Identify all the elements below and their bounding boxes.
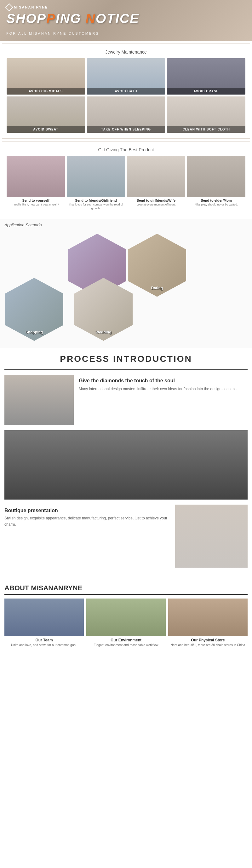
logo: MISANAN RYNE bbox=[6, 4, 48, 10]
crash-label: AVOID CRASH bbox=[167, 88, 245, 95]
hex-dating-wrap: Dating bbox=[128, 234, 186, 297]
gift-image-friends bbox=[67, 156, 125, 197]
env-title: Our Environment bbox=[86, 638, 166, 642]
hex-wedding-image: Wedding bbox=[74, 278, 133, 341]
gift-image-mom bbox=[187, 156, 245, 197]
app-scenario-title: Application Scenario bbox=[2, 222, 250, 227]
maintenance-item-crash: AVOID CRASH bbox=[167, 58, 245, 95]
gift-title-mom: Send to elder/Mom bbox=[187, 198, 245, 203]
bath-label: AVOID BATH bbox=[87, 88, 165, 95]
gift-title-wife: Send to girlfriends/Wife bbox=[127, 198, 185, 203]
softcloth-label: CLEAN WITH SOFT CLOTH bbox=[167, 126, 245, 133]
hex-shopping-label: Shopping bbox=[26, 330, 43, 334]
gift-title-friends: Send to friends/Girlfriend bbox=[67, 198, 125, 203]
hex-shopping-wrap: Shopping bbox=[5, 278, 63, 341]
gift-item-wife: Send to girlfriends/Wife Love at every m… bbox=[127, 156, 185, 210]
maintenance-item-sleeping: TAKE OFF WHEN SLEEPING bbox=[87, 96, 165, 133]
app-scenario-section: Application Scenario Party Dating Shoppi… bbox=[0, 219, 252, 348]
about-item-env: Our Environment Elegant environment and … bbox=[86, 598, 166, 647]
hex-shopping-image: Shopping bbox=[5, 278, 63, 341]
sweat-label: AVOID SWEAT bbox=[7, 126, 85, 133]
maintenance-item-softcloth: CLEAN WITH SOFT CLOTH bbox=[167, 96, 245, 133]
title-otice: OTICE bbox=[96, 11, 139, 26]
maintenance-item-bath: AVOID BATH bbox=[87, 58, 165, 95]
boutique-heading: Boutique presentation bbox=[4, 508, 170, 514]
header-title: SHOPPING NOTICE bbox=[6, 11, 139, 26]
hexagon-container: Party Dating Shopping Wedding bbox=[2, 230, 252, 344]
boutique-text: Boutique presentation Stylish design, ex… bbox=[4, 505, 170, 527]
hex-wedding-wrap: Wedding bbox=[74, 278, 133, 341]
logo-text: MISANAN RYNE bbox=[14, 5, 48, 9]
gift-title-self: Send to yourself bbox=[7, 198, 65, 203]
gift-grid: Send to yourself I really like it, how c… bbox=[7, 156, 245, 210]
process-intro-image bbox=[4, 375, 74, 425]
gift-item-self: Send to yourself I really like it, how c… bbox=[7, 156, 65, 210]
store-title: Our Physical Store bbox=[168, 638, 248, 642]
boutique-body: Stylish design, exquisite appearance, de… bbox=[4, 515, 170, 527]
maintenance-grid: AVOID CHEMICALS AVOID BATH AVOID CRASH A… bbox=[7, 58, 245, 133]
title-highlight2: N bbox=[85, 11, 95, 26]
process-intro-body: Many international design masters infilt… bbox=[79, 386, 248, 392]
boutique-row: Boutique presentation Stylish design, ex… bbox=[4, 505, 248, 568]
store-sub: Neat and beautiful, there are 30 chain s… bbox=[168, 643, 248, 647]
gift-image-wife bbox=[127, 156, 185, 197]
process-intro-text: Give the diamonds the touch of the soul … bbox=[79, 375, 248, 392]
gift-section-title: Gift Giving The Best Product bbox=[7, 147, 245, 152]
sleeping-label: TAKE OFF WHEN SLEEPING bbox=[87, 126, 165, 133]
process-section: PROCESS INTRODUCTION Give the diamonds t… bbox=[0, 348, 252, 579]
team-image bbox=[4, 598, 84, 637]
jewelry-maintenance-section: Jewelry Maintenance AVOID CHEMICALS AVOI… bbox=[2, 43, 250, 139]
diamond-icon bbox=[5, 3, 13, 11]
process-divider bbox=[4, 369, 248, 370]
process-intro-heading: Give the diamonds the touch of the soul bbox=[79, 378, 248, 383]
title-ping: ING bbox=[56, 11, 85, 26]
gift-sub-wife: Love at every moment of heart. bbox=[127, 203, 185, 207]
chemicals-label: AVOID CHEMICALS bbox=[7, 88, 85, 95]
header: MISANAN RYNE SHOPPING NOTICE FOR ALL MIS… bbox=[0, 0, 252, 41]
team-title: Our Team bbox=[4, 638, 84, 642]
store-image bbox=[168, 598, 248, 637]
gift-section: Gift Giving The Best Product Send to you… bbox=[2, 141, 250, 216]
title-shop: SHOP bbox=[6, 11, 46, 26]
env-image bbox=[86, 598, 166, 637]
maintenance-item-chemicals: AVOID CHEMICALS bbox=[7, 58, 85, 95]
header-subtitle: FOR ALL MISANAN RYNE CUSTOMERS bbox=[6, 32, 99, 35]
process-intro-row: Give the diamonds the touch of the soul … bbox=[4, 375, 248, 425]
gift-image-self bbox=[7, 156, 65, 197]
gift-sub-self: I really like it, how can I treat myself… bbox=[7, 203, 65, 207]
gift-sub-friends: Thank you for your company on the road o… bbox=[67, 203, 125, 210]
env-sub: Elegant environment and reasonable workf… bbox=[86, 643, 166, 647]
gift-sub-mom: Filial piety should never be waited. bbox=[187, 203, 245, 207]
about-title: ABOUT MISANANRYNE bbox=[4, 584, 248, 595]
hex-dating-image: Dating bbox=[128, 234, 186, 297]
maintenance-item-sweat: AVOID SWEAT bbox=[7, 96, 85, 133]
jewelry-section-title: Jewelry Maintenance bbox=[7, 50, 245, 55]
boutique-image bbox=[175, 505, 248, 568]
about-item-store: Our Physical Store Neat and beautiful, t… bbox=[168, 598, 248, 647]
team-sub: Unite and love, and strive for our commo… bbox=[4, 643, 84, 647]
title-highlight1: P bbox=[46, 11, 56, 26]
about-grid: Our Team Unite and love, and strive for … bbox=[4, 598, 248, 647]
process-title: PROCESS INTRODUCTION bbox=[4, 354, 248, 364]
gift-item-mom: Send to elder/Mom Filial piety should ne… bbox=[187, 156, 245, 210]
process-full-image bbox=[4, 430, 248, 500]
hex-wedding-label: Wedding bbox=[95, 330, 111, 334]
hex-dating-label: Dating bbox=[151, 286, 163, 290]
gift-item-friends: Send to friends/Girlfriend Thank you for… bbox=[67, 156, 125, 210]
about-section: ABOUT MISANANRYNE Our Team Unite and lov… bbox=[0, 579, 252, 652]
about-item-team: Our Team Unite and love, and strive for … bbox=[4, 598, 84, 647]
